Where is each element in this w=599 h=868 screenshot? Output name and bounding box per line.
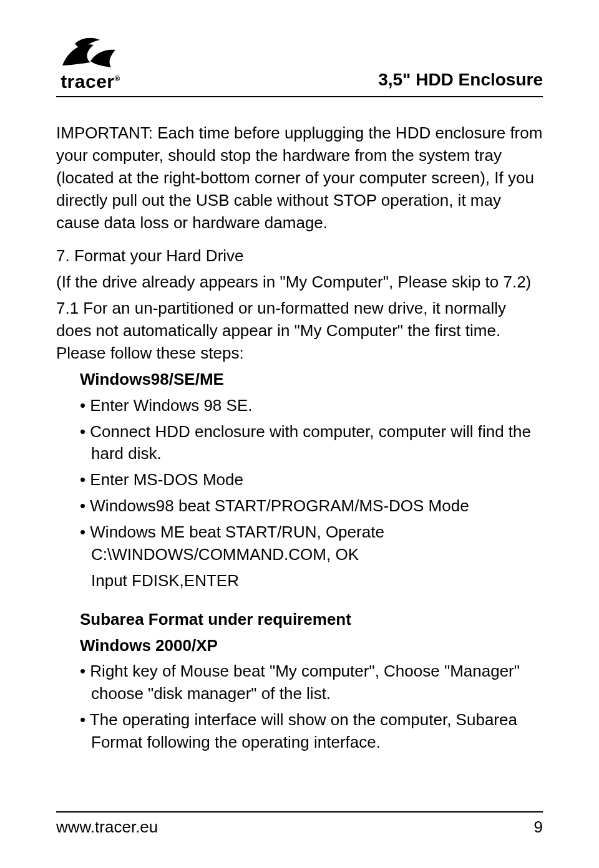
important-note: IMPORTANT: Each time before upplugging t… bbox=[56, 122, 543, 234]
footer-url: www.tracer.eu bbox=[56, 817, 158, 837]
brand-logo: tracer® bbox=[56, 31, 125, 92]
section-7-note: (If the drive already appears in "My Com… bbox=[56, 271, 543, 294]
page-header: tracer® 3,5" HDD Enclosure bbox=[56, 31, 543, 97]
list-item: • The operating interface will show on t… bbox=[80, 709, 543, 754]
list-item: • Enter MS-DOS Mode bbox=[80, 469, 543, 491]
list-item: • Connect HDD enclosure with computer, c… bbox=[80, 421, 543, 466]
subarea-heading: Subarea Format under requirement bbox=[80, 609, 543, 631]
page-content: IMPORTANT: Each time before upplugging t… bbox=[56, 122, 543, 754]
page-footer: www.tracer.eu 9 bbox=[56, 811, 543, 837]
page-number: 9 bbox=[534, 817, 543, 837]
section-7-1: 7.1 For an un-partitioned or un-formatte… bbox=[56, 297, 543, 365]
list-item: • Right key of Mouse beat "My computer",… bbox=[80, 660, 543, 705]
list-item: • Windows ME beat START/RUN, Operate C:\… bbox=[80, 521, 543, 566]
fdisk-line: Input FDISK,ENTER bbox=[80, 570, 543, 592]
brand-name: tracer® bbox=[61, 71, 120, 92]
win2k-heading: Windows 2000/XP bbox=[80, 635, 543, 657]
section-7-title: 7. Format your Hard Drive bbox=[56, 245, 543, 268]
list-item: • Enter Windows 98 SE. bbox=[80, 395, 543, 417]
logo-swirl-icon bbox=[56, 31, 125, 75]
win98-heading: Windows98/SE/ME bbox=[80, 369, 543, 391]
list-item: • Windows98 beat START/PROGRAM/MS-DOS Mo… bbox=[80, 495, 543, 518]
document-title: 3,5" HDD Enclosure bbox=[378, 70, 543, 90]
